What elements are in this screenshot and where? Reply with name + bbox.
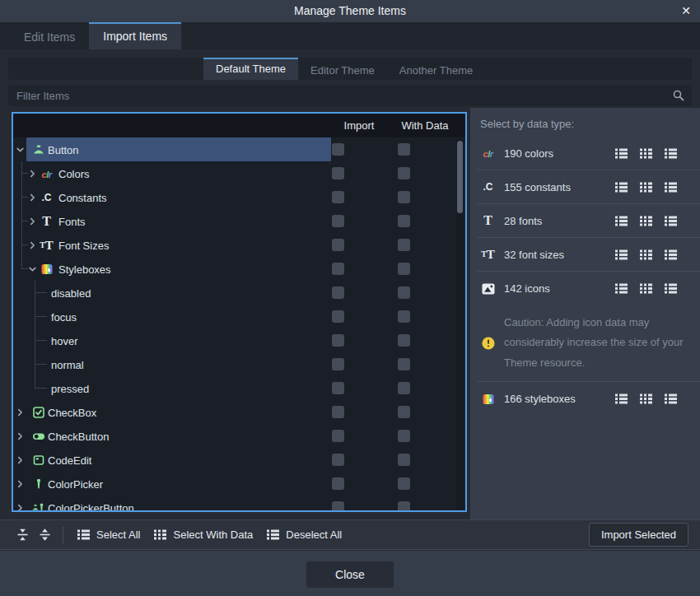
import-checkbox[interactable] xyxy=(332,310,344,323)
import-checkbox[interactable] xyxy=(332,286,344,299)
tab-editor-theme[interactable]: Editor Theme xyxy=(298,58,387,80)
deselect-all-button[interactable] xyxy=(664,147,678,161)
with-data-checkbox[interactable] xyxy=(398,215,410,227)
import-checkbox[interactable] xyxy=(332,263,344,275)
tree-row[interactable]: normal xyxy=(13,352,465,376)
with-data-checkbox[interactable] xyxy=(398,334,410,347)
chevron-right-icon[interactable] xyxy=(28,240,37,249)
tab-another-theme[interactable]: Another Theme xyxy=(387,58,485,80)
import-checkbox[interactable] xyxy=(332,477,344,490)
tree-row[interactable]: Styleboxes xyxy=(13,257,465,281)
close-button[interactable]: Close xyxy=(306,561,394,588)
with-data-checkbox[interactable] xyxy=(398,286,410,299)
tree-row[interactable]: pressed xyxy=(13,376,465,400)
with-data-checkbox[interactable] xyxy=(398,310,410,323)
with-data-checkbox[interactable] xyxy=(398,382,410,394)
select-with-data-button[interactable] xyxy=(639,147,653,161)
tree-row[interactable]: focus xyxy=(13,305,465,328)
expand-all-button[interactable] xyxy=(34,524,56,545)
tree-row[interactable]: disabled xyxy=(13,281,465,305)
select-all-icon xyxy=(77,528,91,542)
tab-default-theme[interactable]: Default Theme xyxy=(203,58,298,80)
select-with-data-button[interactable] xyxy=(639,392,653,406)
filter-input[interactable] xyxy=(8,85,692,106)
collapse-all-button[interactable] xyxy=(12,524,34,545)
import-checkbox[interactable] xyxy=(332,430,344,442)
with-data-checkbox[interactable] xyxy=(398,454,410,466)
import-checkbox[interactable] xyxy=(332,454,344,466)
tree-row[interactable]: TFonts xyxy=(13,209,465,233)
select-with-data-button[interactable] xyxy=(639,248,653,262)
tree-scrollbar-thumb[interactable] xyxy=(457,141,463,213)
with-data-checkbox[interactable] xyxy=(398,477,410,490)
deselect-all-button[interactable]: Deselect All xyxy=(259,524,348,545)
import-checkbox[interactable] xyxy=(332,215,344,227)
select-with-data-button[interactable] xyxy=(639,214,653,228)
constants-icon: .C xyxy=(479,182,497,192)
tree-row[interactable]: TTFont Sizes xyxy=(13,233,465,257)
with-data-checkbox[interactable] xyxy=(398,239,410,251)
select-all-button[interactable] xyxy=(614,147,628,161)
chevron-right-icon[interactable] xyxy=(16,503,25,510)
deselect-all-button[interactable] xyxy=(664,282,678,296)
chevron-right-icon[interactable] xyxy=(16,455,25,464)
chevron-right-icon[interactable] xyxy=(16,431,25,440)
chevron-right-icon[interactable] xyxy=(28,217,37,226)
import-checkbox[interactable] xyxy=(332,334,344,347)
tree-row[interactable]: hover xyxy=(13,328,465,352)
import-checkbox[interactable] xyxy=(332,167,344,179)
deselect-all-button[interactable] xyxy=(664,248,678,262)
chevron-right-icon[interactable] xyxy=(28,169,37,178)
chevron-down-icon[interactable] xyxy=(16,145,25,154)
chevron-right-icon[interactable] xyxy=(16,407,25,417)
select-all-button[interactable] xyxy=(614,282,628,296)
tree-row[interactable]: clrColors xyxy=(13,161,465,185)
with-data-checkbox[interactable] xyxy=(398,191,410,203)
import-checkbox[interactable] xyxy=(332,191,344,203)
column-header-import: Import xyxy=(334,114,384,137)
with-data-checkbox[interactable] xyxy=(398,501,410,510)
select-all-button[interactable] xyxy=(614,180,628,194)
tree-row[interactable]: CodeEdit xyxy=(13,448,465,472)
filter-bar xyxy=(8,85,692,106)
fonts-icon: T xyxy=(479,214,497,227)
tree-row[interactable]: ColorPicker xyxy=(13,472,465,496)
select-all-button[interactable]: Select All xyxy=(70,524,147,545)
select-all-button[interactable] xyxy=(614,248,628,262)
select-with-data-button[interactable] xyxy=(639,282,653,296)
with-data-checkbox[interactable] xyxy=(398,406,410,418)
tree-row[interactable]: CheckBox xyxy=(13,400,465,424)
tree-row[interactable]: CheckButton xyxy=(13,424,465,448)
with-data-checkbox[interactable] xyxy=(398,143,410,156)
import-checkbox[interactable] xyxy=(332,382,344,394)
import-checkbox[interactable] xyxy=(332,406,344,418)
with-data-checkbox[interactable] xyxy=(398,358,410,370)
import-checkbox[interactable] xyxy=(332,501,344,510)
with-data-checkbox[interactable] xyxy=(398,167,410,179)
tree-row[interactable]: .CConstants xyxy=(13,185,465,209)
tree-row[interactable]: ColorPickerButton xyxy=(13,496,465,510)
select-with-data-button[interactable] xyxy=(639,180,653,194)
tree-row[interactable]: Button xyxy=(13,137,465,161)
with-data-checkbox[interactable] xyxy=(398,263,410,275)
chevron-down-icon[interactable] xyxy=(28,264,37,273)
chevron-right-icon[interactable] xyxy=(28,193,37,202)
tab-import-items[interactable]: Import Items xyxy=(89,22,181,49)
import-selected-button[interactable]: Import Selected xyxy=(589,523,688,547)
deselect-all-button[interactable] xyxy=(664,392,678,406)
with-data-checkbox[interactable] xyxy=(398,430,410,442)
deselect-all-button[interactable] xyxy=(664,180,678,194)
import-items-tree[interactable]: Import With Data ButtonclrColors.CConsta… xyxy=(12,112,467,512)
select-all-button[interactable] xyxy=(614,392,628,406)
tab-edit-items[interactable]: Edit Items xyxy=(10,22,89,49)
import-checkbox[interactable] xyxy=(332,358,344,370)
select-with-data-button[interactable]: Select With Data xyxy=(147,524,259,545)
chevron-right-icon[interactable] xyxy=(16,479,25,488)
select-all-button[interactable] xyxy=(614,214,628,228)
data-type-actions xyxy=(614,180,678,194)
import-checkbox[interactable] xyxy=(332,239,344,251)
tree-scrollbar[interactable] xyxy=(456,139,464,509)
close-icon[interactable]: ✕ xyxy=(681,0,691,21)
deselect-all-button[interactable] xyxy=(664,214,678,228)
import-checkbox[interactable] xyxy=(332,143,344,156)
